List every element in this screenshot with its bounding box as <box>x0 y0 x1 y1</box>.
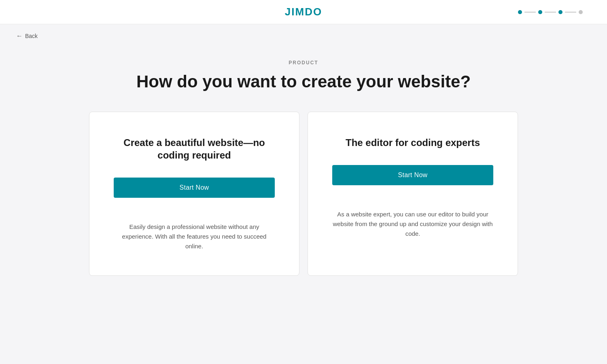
progress-dot-1 <box>518 10 522 14</box>
progress-line-2 <box>545 12 556 13</box>
no-code-card-title: Create a beautiful website—no coding req… <box>114 136 275 161</box>
no-code-card: Create a beautiful website—no coding req… <box>89 112 299 276</box>
back-label: Back <box>25 33 38 39</box>
progress-dot-2 <box>538 10 542 14</box>
page-title: How do you want to create your website? <box>136 72 471 91</box>
cards-container: Create a beautiful website—no coding req… <box>69 112 538 276</box>
header: JIMDO <box>0 0 607 24</box>
progress-line-3 <box>565 12 576 13</box>
no-code-card-description: Easily design a professional website wit… <box>114 222 275 251</box>
main-content: PRODUCT How do you want to create your w… <box>0 48 607 276</box>
progress-indicator <box>518 10 583 14</box>
section-label: PRODUCT <box>289 60 318 66</box>
coding-card-title: The editor for coding experts <box>346 136 480 149</box>
logo: JIMDO <box>285 6 322 18</box>
start-now-button-coding[interactable]: Start Now <box>332 165 493 185</box>
coding-card-description: As a website expert, you can use our edi… <box>332 210 493 239</box>
coding-card: The editor for coding experts Start Now … <box>308 112 518 276</box>
back-link[interactable]: ← Back <box>0 24 607 48</box>
back-arrow-icon: ← <box>16 32 23 40</box>
start-now-button-no-code[interactable]: Start Now <box>114 178 275 198</box>
progress-dot-4 <box>579 10 583 14</box>
progress-line-1 <box>524 12 536 13</box>
progress-dot-3 <box>558 10 562 14</box>
